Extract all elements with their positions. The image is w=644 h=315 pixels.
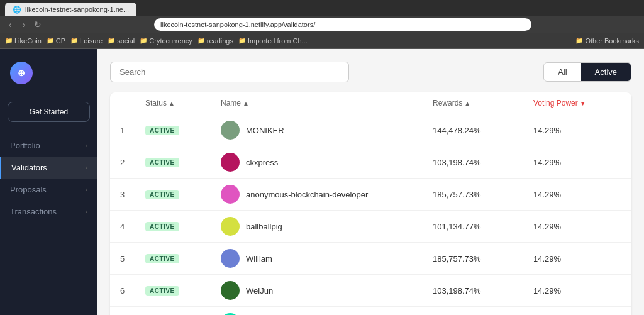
table-row[interactable]: 7 ACTIVE anonymous-blockchain-developer-…	[110, 307, 631, 315]
validator-name: WeiJun	[246, 286, 273, 296]
voting-power-value: 14.29%	[533, 254, 621, 263]
table-row[interactable]: 5 ACTIVE William 185,757.73% 14.29%	[110, 243, 631, 275]
address-bar[interactable]: likecoin-testnet-sanpokong-1.netlify.app…	[154, 18, 531, 31]
table-row[interactable]: 2 ACTIVE ckxpress 103,198.74% 14.29%	[110, 146, 631, 179]
browser-chrome: 🌐 likecoin-testnet-sanpokong-1.ne... ‹ ›…	[0, 0, 644, 33]
avatar	[221, 121, 240, 140]
filter-buttons: All Active	[543, 62, 631, 82]
get-started-button[interactable]: Get Started	[8, 102, 90, 122]
validator-name: William	[246, 254, 272, 263]
bookmark-label: readings	[207, 37, 233, 45]
col-header-name[interactable]: Name ▲	[221, 99, 433, 108]
sidebar: ⊕ Get Started Portfolio › Validators › P…	[0, 49, 97, 315]
voting-power-value: 14.29%	[533, 190, 621, 199]
validator-info: WeiJun	[221, 281, 433, 300]
main-content: All Active Status ▲ Name ▲ Rewards ▲	[97, 49, 644, 315]
validator-name: MONIKER	[246, 126, 284, 135]
voting-power-value: 14.29%	[533, 222, 621, 231]
rewards-value: 103,198.74%	[433, 158, 533, 167]
chevron-right-icon: ›	[86, 186, 87, 193]
validator-info: anonymous-blockchain-developer	[221, 185, 433, 204]
avatar	[221, 249, 240, 268]
browser-toolbar: ‹ › ↻ likecoin-testnet-sanpokong-1.netli…	[0, 16, 644, 33]
filter-active-button[interactable]: Active	[581, 63, 631, 81]
avatar	[221, 281, 240, 300]
validator-name: ckxpress	[246, 158, 278, 167]
app: ⊕ Get Started Portfolio › Validators › P…	[0, 49, 644, 315]
bookmark-label: social	[117, 37, 135, 45]
search-input[interactable]	[110, 62, 349, 82]
sidebar-item-proposals[interactable]: Proposals ›	[0, 179, 97, 201]
col-header-rewards[interactable]: Rewards ▲	[433, 99, 533, 108]
table-row[interactable]: 1 ACTIVE MONIKER 144,478.24% 14.29%	[110, 114, 631, 146]
validator-info: ckxpress	[221, 153, 433, 172]
reload-button[interactable]: ↻	[33, 19, 43, 30]
row-number: 5	[120, 254, 145, 263]
bookmark-likecoin[interactable]: 📁 LikeCoin	[5, 37, 42, 45]
chevron-right-icon: ›	[86, 142, 87, 149]
bookmark-icon: 📁	[108, 37, 115, 44]
voting-power-value: 14.29%	[533, 126, 621, 135]
bookmark-icon: 📁	[140, 37, 147, 44]
bookmark-leisure[interactable]: 📁 Leisure	[70, 37, 103, 45]
sort-arrow-rewards: ▲	[464, 100, 470, 107]
sidebar-item-portfolio[interactable]: Portfolio ›	[0, 135, 97, 157]
bookmark-icon: 📁	[70, 37, 78, 44]
forward-button[interactable]: ›	[19, 19, 29, 30]
table-row[interactable]: 4 ACTIVE ballballpig 101,134.77% 14.29%	[110, 211, 631, 243]
table-row[interactable]: 6 ACTIVE WeiJun 103,198.74% 14.29%	[110, 275, 631, 307]
rewards-value: 144,478.24%	[433, 126, 533, 135]
sidebar-item-label: Portfolio	[10, 141, 40, 150]
table-row[interactable]: 3 ACTIVE anonymous-blockchain-developer …	[110, 179, 631, 211]
sort-arrow-name: ▲	[243, 100, 249, 107]
tab-favicon: 🌐	[13, 6, 21, 14]
back-button[interactable]: ‹	[5, 19, 15, 30]
col-header-status[interactable]: Status ▲	[145, 99, 221, 108]
sort-arrow-voting: ▼	[580, 100, 586, 107]
logo-text: ⊕	[18, 68, 25, 78]
voting-power-value: 14.29%	[533, 286, 621, 296]
avatar	[221, 185, 240, 204]
status-badge: ACTIVE	[145, 254, 179, 263]
active-tab[interactable]: 🌐 likecoin-testnet-sanpokong-1.ne...	[5, 3, 136, 16]
bookmark-label: CP	[56, 37, 65, 45]
validator-info: William	[221, 249, 433, 268]
sidebar-item-validators[interactable]: Validators ›	[0, 157, 97, 179]
validator-info: MONIKER	[221, 121, 433, 140]
search-filter-row: All Active	[110, 62, 631, 82]
bookmark-label: LikeCoin	[14, 37, 42, 45]
col-header-voting-power[interactable]: Voting Power ▼	[533, 99, 621, 108]
bookmark-label: Other Bookmarks	[585, 37, 639, 45]
row-number: 4	[120, 222, 145, 231]
bookmark-icon: 📁	[238, 37, 246, 44]
bookmark-icon: 📁	[575, 37, 583, 44]
bookmark-cp[interactable]: 📁 CP	[47, 37, 65, 45]
sidebar-item-transactions[interactable]: Transactions ›	[0, 201, 97, 223]
filter-all-button[interactable]: All	[544, 63, 580, 81]
chevron-right-icon: ›	[86, 208, 87, 215]
sidebar-item-label: Validators	[11, 163, 47, 172]
rewards-value: 185,757.73%	[433, 254, 533, 263]
status-badge: ACTIVE	[145, 286, 179, 296]
tab-label: likecoin-testnet-sanpokong-1.ne...	[25, 6, 129, 13]
bookmark-label: Leisure	[80, 37, 103, 45]
row-number: 1	[120, 126, 145, 135]
bookmark-other[interactable]: 📁 Other Bookmarks	[575, 37, 639, 45]
bookmark-crytocurrency[interactable]: 📁 Crytocurrency	[140, 37, 192, 45]
row-number: 2	[120, 158, 145, 167]
bookmark-label: Imported from Ch...	[248, 37, 308, 45]
bookmark-imported[interactable]: 📁 Imported from Ch...	[238, 37, 308, 45]
row-number: 3	[120, 190, 145, 199]
status-badge: ACTIVE	[145, 126, 179, 135]
chevron-right-icon: ›	[86, 164, 87, 171]
status-badge: ACTIVE	[145, 190, 179, 199]
bookmark-label: Crytocurrency	[149, 37, 192, 45]
col-status-label: Status	[145, 99, 167, 108]
browser-tabs: 🌐 likecoin-testnet-sanpokong-1.ne...	[0, 0, 644, 16]
bookmark-social[interactable]: 📁 social	[108, 37, 135, 45]
bookmark-bar: 📁 LikeCoin 📁 CP 📁 Leisure 📁 social 📁 Cry…	[0, 33, 644, 49]
table-header: Status ▲ Name ▲ Rewards ▲ Voting Power ▼	[110, 92, 631, 114]
validator-info: ballballpig	[221, 217, 433, 236]
table-body: 1 ACTIVE MONIKER 144,478.24% 14.29% 2 AC…	[110, 114, 631, 315]
bookmark-readings[interactable]: 📁 readings	[197, 37, 233, 45]
